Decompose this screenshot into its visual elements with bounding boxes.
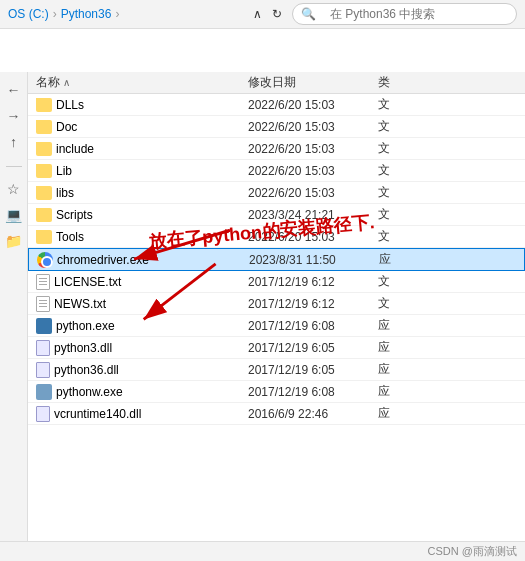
file-date: 2017/12/19 6:05: [248, 363, 378, 377]
col-header-name[interactable]: 名称 ∧: [28, 74, 248, 91]
file-date: 2017/12/19 6:08: [248, 319, 378, 333]
nav-computer-icon[interactable]: 💻: [4, 205, 24, 225]
file-name: libs: [56, 186, 74, 200]
folder-icon: [36, 164, 52, 178]
file-row[interactable]: DLLs 2022/6/20 15:03 文: [28, 94, 525, 116]
file-name: LICENSE.txt: [54, 275, 121, 289]
file-date: 2022/6/20 15:03: [248, 186, 378, 200]
search-input[interactable]: [320, 5, 508, 23]
nav-star-icon[interactable]: ☆: [4, 179, 24, 199]
file-row[interactable]: chromedriver.exe 2023/8/31 11:50 应: [28, 248, 525, 271]
file-row[interactable]: python3.dll 2017/12/19 6:05 应: [28, 337, 525, 359]
dll-icon: [36, 362, 50, 378]
file-name-cell: vcruntime140.dll: [28, 406, 248, 422]
py-icon: [36, 318, 52, 334]
file-date: 2017/12/19 6:05: [248, 341, 378, 355]
file-name: pythonw.exe: [56, 385, 123, 399]
file-list-container: 名称 ∧ 修改日期 类 DLLs 2022/6/20 15:03 文 Doc 2…: [28, 72, 525, 541]
dll-icon: [36, 406, 50, 422]
breadcrumb-os[interactable]: OS (C:): [8, 7, 49, 21]
pyw-icon: [36, 384, 52, 400]
file-row[interactable]: pythonw.exe 2017/12/19 6:08 应: [28, 381, 525, 403]
breadcrumb-sep-1: ›: [53, 7, 57, 21]
file-type: 应: [378, 361, 428, 378]
file-row[interactable]: Doc 2022/6/20 15:03 文: [28, 116, 525, 138]
file-name-cell: python36.dll: [28, 362, 248, 378]
file-row[interactable]: Lib 2022/6/20 15:03 文: [28, 160, 525, 182]
file-date: 2022/6/20 15:03: [248, 98, 378, 112]
file-name: vcruntime140.dll: [54, 407, 141, 421]
file-date: 2023/8/31 11:50: [249, 253, 379, 267]
txt-icon: [36, 274, 50, 290]
file-type: 应: [378, 317, 428, 334]
file-date: 2022/6/20 15:03: [248, 164, 378, 178]
file-row[interactable]: Tools 2022/6/20 15:03 文: [28, 226, 525, 248]
file-type: 文: [378, 162, 428, 179]
folder-icon: [36, 230, 52, 244]
search-container: 🔍: [292, 3, 517, 25]
breadcrumb-python36[interactable]: Python36: [61, 7, 112, 21]
refresh-icon[interactable]: ↻: [272, 7, 282, 21]
file-name: Scripts: [56, 208, 93, 222]
file-name: chromedriver.exe: [57, 253, 149, 267]
file-row[interactable]: libs 2022/6/20 15:03 文: [28, 182, 525, 204]
sort-arrow[interactable]: ∧: [253, 7, 262, 21]
file-date: 2016/6/9 22:46: [248, 407, 378, 421]
nav-back-icon[interactable]: ←: [4, 80, 24, 100]
file-row[interactable]: LICENSE.txt 2017/12/19 6:12 文: [28, 271, 525, 293]
file-type: 文: [378, 206, 428, 223]
file-name-cell: Doc: [28, 120, 248, 134]
file-name-cell: LICENSE.txt: [28, 274, 248, 290]
chrome-exe-icon: [37, 252, 53, 268]
file-name-cell: Scripts: [28, 208, 248, 222]
col-header-type[interactable]: 类: [378, 74, 428, 91]
folder-icon: [36, 142, 52, 156]
search-icon: 🔍: [301, 7, 316, 21]
file-type: 应: [378, 383, 428, 400]
file-type: 文: [378, 140, 428, 157]
file-name-cell: include: [28, 142, 248, 156]
file-type: 文: [378, 295, 428, 312]
col-header-date[interactable]: 修改日期: [248, 74, 378, 91]
file-name: python36.dll: [54, 363, 119, 377]
file-rows: DLLs 2022/6/20 15:03 文 Doc 2022/6/20 15:…: [28, 94, 525, 425]
file-name: Doc: [56, 120, 77, 134]
file-name-cell: python.exe: [28, 318, 248, 334]
file-name-cell: Lib: [28, 164, 248, 178]
file-row[interactable]: include 2022/6/20 15:03 文: [28, 138, 525, 160]
file-row[interactable]: python36.dll 2017/12/19 6:05 应: [28, 359, 525, 381]
watermark: CSDN @雨滴测试: [428, 544, 517, 559]
file-name-cell: chromedriver.exe: [29, 252, 249, 268]
file-name: include: [56, 142, 94, 156]
folder-icon: [36, 208, 52, 222]
file-date: 2022/6/20 15:03: [248, 230, 378, 244]
file-name-cell: Tools: [28, 230, 248, 244]
dll-icon: [36, 340, 50, 356]
folder-icon: [36, 186, 52, 200]
file-row[interactable]: python.exe 2017/12/19 6:08 应: [28, 315, 525, 337]
file-row[interactable]: vcruntime140.dll 2016/6/9 22:46 应: [28, 403, 525, 425]
file-name: NEWS.txt: [54, 297, 106, 311]
file-type: 文: [378, 228, 428, 245]
file-date: 2017/12/19 6:08: [248, 385, 378, 399]
file-type: 文: [378, 273, 428, 290]
file-name-cell: DLLs: [28, 98, 248, 112]
file-date: 2022/6/20 15:03: [248, 120, 378, 134]
file-row[interactable]: NEWS.txt 2017/12/19 6:12 文: [28, 293, 525, 315]
file-name: python3.dll: [54, 341, 112, 355]
file-date: 2017/12/19 6:12: [248, 297, 378, 311]
file-type: 文: [378, 118, 428, 135]
file-date: 2022/6/20 15:03: [248, 142, 378, 156]
nav-folder-icon[interactable]: 📁: [4, 231, 24, 251]
txt-icon: [36, 296, 50, 312]
nav-forward-icon[interactable]: →: [4, 106, 24, 126]
file-row[interactable]: Scripts 2023/3/24 21:21 文: [28, 204, 525, 226]
file-date: 2017/12/19 6:12: [248, 275, 378, 289]
file-type: 应: [379, 251, 429, 268]
breadcrumb-sep-2: ›: [115, 7, 119, 21]
file-name: Lib: [56, 164, 72, 178]
file-type: 应: [378, 339, 428, 356]
file-name: python.exe: [56, 319, 115, 333]
file-name-cell: libs: [28, 186, 248, 200]
nav-up-icon[interactable]: ↑: [4, 132, 24, 152]
